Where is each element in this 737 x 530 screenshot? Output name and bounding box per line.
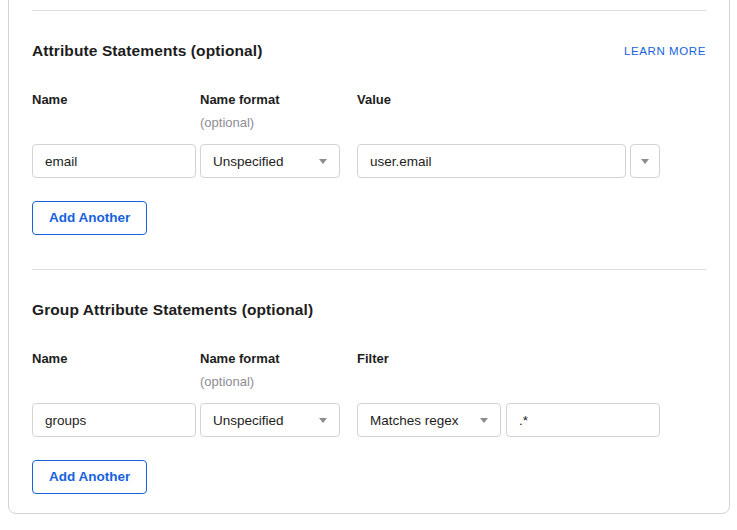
chevron-down-icon [480, 418, 488, 423]
filter-type-select[interactable]: Matches regex [357, 403, 501, 437]
learn-more-link[interactable]: LEARN MORE [624, 45, 706, 57]
attribute-name-input[interactable] [32, 144, 196, 178]
optional-hint: (optional) [200, 116, 357, 130]
filter-field-group: Matches regex [357, 403, 660, 437]
name-format-select[interactable]: Unspecified [200, 144, 340, 178]
value-column-label: Value [357, 93, 706, 130]
chevron-down-icon [641, 159, 649, 164]
column-labels-row: Name Name format (optional) Filter [32, 352, 706, 389]
section-heading: Attribute Statements (optional) [32, 42, 262, 60]
value-dropdown-button[interactable] [630, 144, 660, 178]
section-divider [32, 269, 706, 270]
attribute-statements-section: Attribute Statements (optional) LEARN MO… [32, 43, 706, 235]
chevron-down-icon [319, 418, 327, 423]
filter-column-label: Filter [357, 352, 706, 389]
attribute-row: Unspecified [32, 144, 706, 178]
optional-hint: (optional) [200, 375, 357, 389]
attribute-value-input[interactable] [357, 144, 626, 178]
name-column-label: Name [32, 93, 200, 130]
name-format-column-label: Name format (optional) [200, 93, 357, 130]
group-name-input[interactable] [32, 403, 196, 437]
group-attribute-row: Unspecified Matches regex [32, 403, 706, 437]
section-heading: Group Attribute Statements (optional) [32, 301, 313, 319]
add-another-button[interactable]: Add Another [32, 201, 147, 235]
name-format-column-label: Name format (optional) [200, 352, 357, 389]
saml-settings-content: Attribute Statements (optional) LEARN MO… [32, 0, 706, 494]
group-attribute-statements-section: Group Attribute Statements (optional) Na… [32, 302, 706, 494]
filter-value-input[interactable] [506, 403, 660, 437]
column-labels-row: Name Name format (optional) Value [32, 93, 706, 130]
group-name-format-select[interactable]: Unspecified [200, 403, 340, 437]
name-column-label: Name [32, 352, 200, 389]
section-header: Attribute Statements (optional) LEARN MO… [32, 43, 706, 59]
section-divider [32, 10, 706, 11]
add-another-button[interactable]: Add Another [32, 460, 147, 494]
chevron-down-icon [319, 159, 327, 164]
section-header: Group Attribute Statements (optional) [32, 302, 706, 318]
value-field-group [357, 144, 660, 178]
